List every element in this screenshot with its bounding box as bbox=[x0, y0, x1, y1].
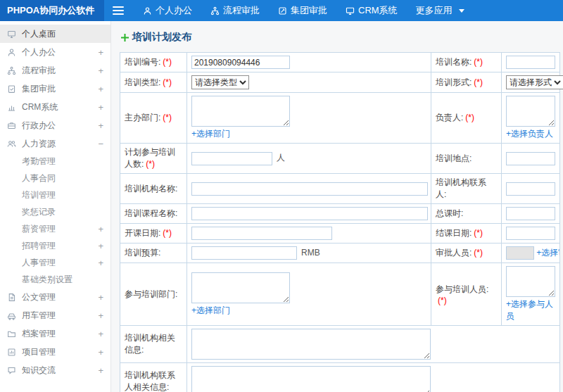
total-hours-input[interactable] bbox=[506, 207, 555, 220]
select-approver-link[interactable]: +选择审批人员 bbox=[536, 248, 559, 258]
budget-label: 培训预算: bbox=[125, 248, 160, 258]
sidebar-item-personnel[interactable]: 人事管理 + bbox=[0, 254, 110, 271]
sidebar-item-attendance[interactable]: 考勤管理 bbox=[0, 153, 110, 170]
required-mark: (*) bbox=[474, 77, 483, 87]
expand-icon[interactable]: + bbox=[98, 47, 103, 58]
form-row: 培训机构联系人相关信息: bbox=[120, 363, 560, 392]
leader-textarea[interactable] bbox=[506, 96, 555, 127]
join-dept-textarea[interactable] bbox=[191, 272, 290, 303]
person-icon bbox=[7, 48, 16, 57]
nav-label: 更多应用 bbox=[416, 4, 453, 17]
collapse-icon[interactable]: − bbox=[98, 139, 103, 149]
expand-icon[interactable]: + bbox=[98, 292, 103, 303]
training-type-label: 培训类型: bbox=[125, 77, 160, 87]
select-dept-link[interactable]: +选择部门 bbox=[191, 129, 230, 139]
sidebar-item-official-doc[interactable]: 公文管理 + bbox=[0, 288, 110, 306]
sidebar-item-personal-office[interactable]: 个人办公 + bbox=[0, 43, 110, 61]
sidebar-item-personal-desktop[interactable]: 个人桌面 bbox=[0, 25, 110, 43]
nav-item-personal-office[interactable]: 个人办公 bbox=[134, 0, 201, 21]
sidebar-item-process-approval[interactable]: 流程审批 + bbox=[0, 61, 110, 80]
join-dept-label: 参与培训部门: bbox=[125, 289, 177, 299]
sidebar-item-archive[interactable]: 档案管理 + bbox=[0, 324, 110, 343]
nav-item-crm[interactable]: CRM系统 bbox=[336, 0, 407, 21]
sidebar-item-vehicle[interactable]: 用车管理 + bbox=[0, 306, 110, 324]
sidebar-item-training[interactable]: 培训管理 bbox=[0, 186, 110, 203]
plus-icon bbox=[121, 34, 129, 42]
training-name-input[interactable] bbox=[506, 56, 555, 69]
sidebar-item-label: 薪资管理 bbox=[22, 223, 95, 235]
sidebar-item-label: 奖惩记录 bbox=[22, 206, 101, 218]
sidebar-item-knowledge[interactable]: 知识交流 + bbox=[0, 361, 110, 379]
doc-icon bbox=[7, 293, 16, 302]
main-content: 培训计划发布 培训编号:(*) 培训名称:(*) 培训类型:(*) 请选择类型 … bbox=[111, 21, 563, 392]
select-leader-link[interactable]: +选择负责人 bbox=[506, 129, 553, 139]
nav-item-process-approval[interactable]: 流程审批 bbox=[201, 0, 269, 21]
training-form: 培训编号:(*) 培训名称:(*) 培训类型:(*) 请选择类型 培训形式:(*… bbox=[120, 52, 560, 392]
planned-count-input[interactable] bbox=[191, 152, 272, 165]
expand-icon[interactable]: + bbox=[98, 258, 103, 268]
host-dept-textarea[interactable] bbox=[191, 96, 290, 127]
nav-label: 流程审批 bbox=[223, 4, 260, 17]
select-join-dept-link[interactable]: +选择部门 bbox=[191, 305, 230, 315]
expand-icon[interactable]: + bbox=[98, 65, 103, 76]
expand-icon[interactable]: + bbox=[98, 329, 103, 339]
expand-icon[interactable]: + bbox=[98, 241, 103, 251]
currency-label: RMB bbox=[301, 248, 320, 258]
app-logo: PHPOA协同办公软件 bbox=[0, 0, 104, 21]
form-row: 培训类型:(*) 请选择类型 培训形式:(*) 请选择形式 bbox=[120, 72, 560, 93]
training-format-select[interactable]: 请选择形式 bbox=[506, 75, 563, 89]
org-contact-info-textarea[interactable] bbox=[191, 366, 431, 392]
expand-icon[interactable]: + bbox=[98, 84, 103, 94]
nav-item-group-approval[interactable]: 集团审批 bbox=[269, 0, 336, 21]
nav-item-more-apps[interactable]: 更多应用 bbox=[407, 0, 474, 21]
training-format-label: 培训形式: bbox=[436, 77, 472, 87]
people-icon bbox=[7, 139, 16, 148]
top-nav: 个人办公 流程审批 集团审批 CRM系统 更多应用 bbox=[134, 0, 474, 21]
sidebar-item-reward-punish[interactable]: 奖惩记录 bbox=[0, 203, 110, 220]
join-people-textarea[interactable] bbox=[506, 266, 555, 297]
course-name-input[interactable] bbox=[191, 207, 428, 220]
start-date-input[interactable] bbox=[191, 227, 332, 240]
sidebar-item-label: 公文管理 bbox=[22, 291, 95, 303]
sidebar-item-crm[interactable]: CRM系统 + bbox=[0, 98, 110, 116]
form-row: 参与培训部门: +选择部门 参与培训人员:(*) +选择参与人员 bbox=[120, 263, 560, 326]
flow-icon bbox=[7, 66, 16, 75]
org-contact-input[interactable] bbox=[506, 182, 555, 196]
training-number-input[interactable] bbox=[191, 56, 290, 69]
sidebar-item-salary[interactable]: 薪资管理 + bbox=[0, 220, 110, 237]
sidebar-item-group-approval[interactable]: 集团审批 + bbox=[0, 80, 110, 98]
org-info-textarea[interactable] bbox=[191, 329, 431, 360]
expand-icon[interactable]: + bbox=[98, 120, 103, 131]
sidebar-item-base-category[interactable]: 基础类别设置 bbox=[0, 271, 110, 288]
form-row: 开课日期:(*) 结课日期:(*) bbox=[120, 224, 560, 244]
sidebar-item-project[interactable]: 项目管理 + bbox=[0, 343, 110, 361]
budget-input[interactable] bbox=[191, 246, 297, 260]
select-join-people-link[interactable]: +选择参与人员 bbox=[506, 299, 553, 321]
location-input[interactable] bbox=[506, 152, 555, 165]
car-icon bbox=[7, 311, 16, 320]
required-mark: (*) bbox=[465, 113, 474, 122]
org-contact-info-label: 培训机构联系人相关信息: bbox=[125, 370, 175, 392]
approver-input[interactable] bbox=[506, 246, 534, 260]
form-row: 培训预算: RMB 审批人员:(*) +选择审批人员 bbox=[120, 244, 560, 263]
unit-label: 人 bbox=[277, 153, 285, 163]
training-type-select[interactable]: 请选择类型 bbox=[191, 75, 249, 89]
expand-icon[interactable]: + bbox=[98, 347, 103, 358]
required-mark: (*) bbox=[163, 228, 172, 238]
menu-toggle-icon[interactable] bbox=[113, 4, 124, 17]
org-name-input[interactable] bbox=[191, 182, 428, 196]
sidebar-item-recruit[interactable]: 招聘管理 + bbox=[0, 237, 110, 254]
sidebar-item-admin-office[interactable]: 行政办公 + bbox=[0, 116, 110, 134]
required-mark: (*) bbox=[474, 57, 483, 67]
caret-down-icon bbox=[459, 9, 464, 13]
sidebar-item-label: CRM系统 bbox=[22, 101, 95, 113]
sidebar-item-label: 知识交流 bbox=[22, 365, 95, 377]
sidebar-item-label: 考勤管理 bbox=[22, 156, 101, 167]
end-date-input[interactable] bbox=[506, 227, 555, 240]
sidebar-item-hr[interactable]: 人力资源 − bbox=[0, 134, 110, 153]
expand-icon[interactable]: + bbox=[98, 310, 103, 321]
sidebar-item-hr-contract[interactable]: 人事合同 bbox=[0, 170, 110, 186]
expand-icon[interactable]: + bbox=[98, 365, 103, 376]
expand-icon[interactable]: + bbox=[98, 224, 103, 234]
expand-icon[interactable]: + bbox=[98, 102, 103, 113]
